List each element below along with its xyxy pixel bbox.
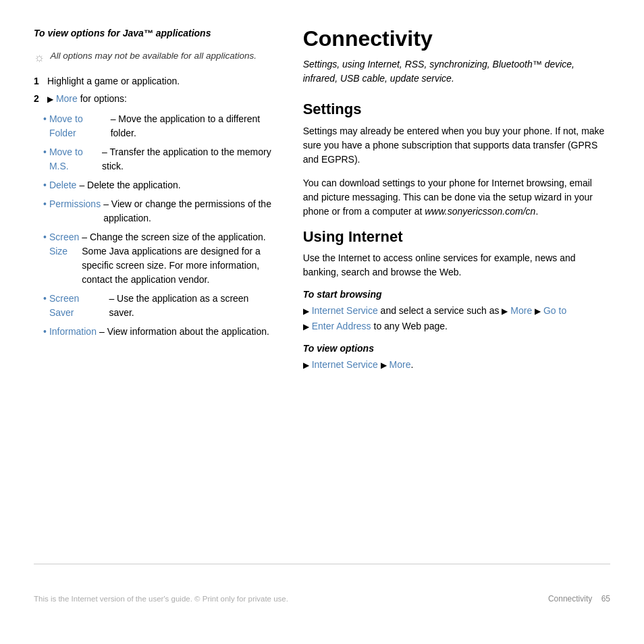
view-options-line1-content: Internet Service ▶ More. [312, 358, 414, 372]
bullet-link-3: Permissions [49, 197, 101, 211]
step-1-text: Highlight a game or application. [47, 75, 180, 88]
main-heading: Connectivity [303, 27, 610, 51]
view-options-line1: ▶ Internet Service ▶ More. [303, 358, 610, 372]
step-1-num: 1 [34, 75, 43, 88]
left-column: To view options for Java™ applications ☼… [34, 27, 276, 468]
step-2-arrow: ▶ [47, 95, 53, 104]
list-item: Screen Saver – Use the application as a … [43, 292, 276, 320]
footer-page-number: 65 [601, 594, 610, 603]
step-2-link: More [56, 93, 78, 104]
list-item: Permissions – View or change the permiss… [43, 197, 276, 225]
left-section-title: To view options for Java™ applications [34, 27, 276, 41]
settings-body2-end: . [535, 206, 538, 217]
go-to-link: Go to [543, 305, 566, 316]
tip-icon: ☼ [34, 50, 45, 65]
numbered-list: 1 Highlight a game or application. 2 ▶ M… [34, 75, 276, 105]
arrow-icon-6: ▶ [381, 360, 387, 370]
bullet-link-6: Information [49, 325, 97, 339]
start-browsing-title: To start browsing [303, 289, 610, 300]
bullet-text-0: – Move the application to a different fo… [111, 112, 276, 140]
settings-body1: Settings may already be entered when you… [303, 124, 610, 167]
internet-service-link-2: Internet Service [312, 359, 378, 370]
using-internet-body: Use the Internet to access online servic… [303, 251, 610, 279]
subtitle: Settings, using Internet, RSS, synchroni… [303, 57, 610, 86]
start-browsing-line1: ▶ Internet Service and select a service … [303, 304, 610, 318]
bullet-text-3: – View or change the permissions of the … [103, 197, 276, 225]
bullet-link-2: Delete [49, 178, 76, 192]
settings-body2: You can download settings to your phone … [303, 176, 610, 219]
step-2-content: ▶ More for options: [47, 92, 127, 106]
arrow-icon-3: ▶ [535, 306, 541, 316]
bullet-text-2: – Delete the application. [79, 178, 180, 192]
footer-page-info: Connectivity 65 [548, 594, 610, 603]
arrow-icon-1: ▶ [303, 305, 309, 317]
list-item: Delete – Delete the application. [43, 178, 276, 192]
settings-heading: Settings [303, 101, 610, 118]
page-footer: This is the Internet version of the user… [34, 590, 610, 603]
view-options-title: To view options [303, 343, 610, 354]
arrow-icon-4: ▶ [303, 321, 309, 333]
tip-text: All options may not be available for all… [51, 50, 257, 63]
start-browsing-line2-content: Enter Address to any Web page. [312, 319, 448, 333]
bullet-link-0: Move to Folder [49, 112, 108, 140]
arrow-icon-2: ▶ [502, 306, 508, 316]
bullet-text-5: – Use the application as a screen saver. [109, 292, 275, 320]
start-browsing-line2-text: to any Web page. [371, 321, 448, 331]
step-2: 2 ▶ More for options: [34, 92, 276, 106]
page-container: To view options for Java™ applications ☼… [0, 0, 644, 644]
start-browsing-and-select: and select a service such as [378, 305, 502, 316]
bullet-text-6: – View information about the application… [99, 325, 269, 339]
step-2-suffix: for options: [78, 93, 127, 104]
step-1: 1 Highlight a game or application. [34, 75, 276, 88]
internet-service-link-1: Internet Service [312, 305, 378, 316]
list-item: Information – View information about the… [43, 325, 276, 339]
more-link-1: More [510, 305, 532, 316]
list-item: Move to M.S. – Transfer the application … [43, 145, 276, 173]
two-column-layout: To view options for Java™ applications ☼… [34, 27, 610, 468]
footer-section-name: Connectivity [548, 594, 592, 603]
bullet-text-1: – Transfer the application to the memory… [102, 145, 276, 173]
start-browsing-line2: ▶ Enter Address to any Web page. [303, 319, 610, 333]
bullet-link-5: Screen Saver [49, 292, 106, 320]
more-link-2: More [390, 359, 411, 370]
arrow-icon-5: ▶ [303, 359, 309, 371]
tip-box: ☼ All options may not be available for a… [34, 50, 276, 65]
bullet-link-1: Move to M.S. [49, 145, 99, 173]
enter-address-link: Enter Address [312, 321, 371, 331]
start-browsing-line1-content: Internet Service and select a service su… [312, 304, 567, 318]
view-options-end: . [410, 359, 413, 370]
footer-divider [34, 564, 610, 564]
right-column: Connectivity Settings, using Internet, R… [303, 27, 610, 468]
step-2-num: 2 [34, 92, 43, 106]
footer-disclaimer: This is the Internet version of the user… [34, 595, 288, 603]
bullet-link-4: Screen Size [49, 230, 79, 259]
bullet-list: Move to Folder – Move the application to… [43, 112, 276, 339]
list-item: Screen Size – Change the screen size of … [43, 230, 276, 287]
settings-website: www.sonyericsson.com/cn [425, 206, 535, 217]
bullet-text-4: – Change the screen size of the applicat… [82, 230, 275, 287]
list-item: Move to Folder – Move the application to… [43, 112, 276, 140]
using-internet-heading: Using Internet [303, 228, 610, 246]
